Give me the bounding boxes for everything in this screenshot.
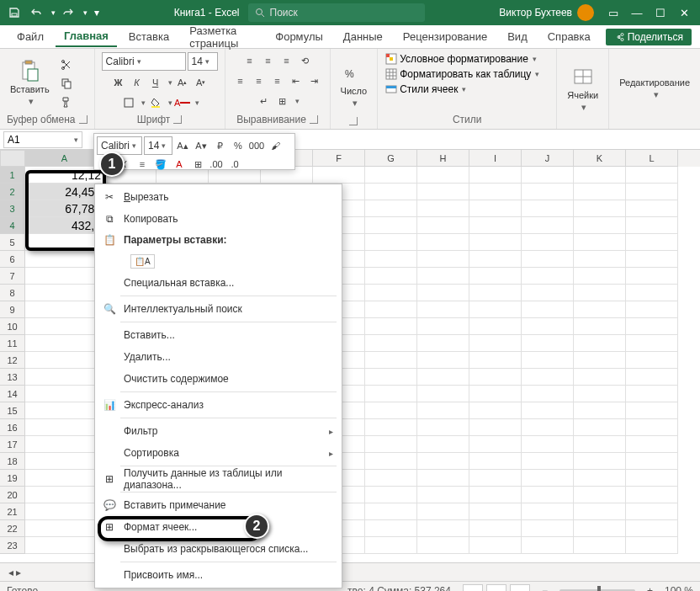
menu-clear-contents[interactable]: Очистить содержимое — [95, 368, 342, 390]
orientation-icon[interactable]: ⟲ — [297, 52, 314, 69]
percent-icon[interactable]: % — [230, 138, 247, 153]
align-center-icon[interactable]: ≡ — [134, 157, 151, 172]
zoom-in-icon[interactable]: + — [647, 585, 653, 592]
search-box[interactable]: Поиск — [248, 3, 425, 22]
font-size-combo[interactable]: 14▾ — [188, 52, 218, 71]
row-header[interactable]: 5 — [0, 234, 25, 251]
ribbon-display-icon[interactable]: ▭ — [607, 7, 619, 19]
bold-button[interactable]: Ж — [110, 74, 127, 91]
row-header[interactable]: 6 — [0, 251, 25, 268]
row-header[interactable]: 10 — [0, 318, 25, 335]
share-button[interactable]: Поделиться — [606, 29, 692, 45]
fill-color-icon[interactable]: 🪣 — [152, 157, 169, 172]
increase-decimal-icon[interactable]: .00 — [208, 157, 225, 172]
format-painter-icon[interactable]: 🖌 — [267, 138, 284, 153]
mini-font-size[interactable]: 14▾ — [144, 136, 172, 155]
tab-data[interactable]: Данные — [335, 27, 391, 46]
increase-font-icon[interactable]: A▴ — [174, 138, 191, 153]
indent-decrease-icon[interactable]: ⇤ — [288, 72, 305, 89]
menu-pick-from-list[interactable]: Выбрать из раскрывающегося списка... — [95, 538, 342, 560]
col-header[interactable]: G — [365, 150, 417, 167]
col-header[interactable]: L — [626, 150, 678, 167]
align-bottom-icon[interactable]: ≡ — [278, 52, 295, 69]
tab-home[interactable]: Главная — [56, 26, 117, 47]
menu-define-name[interactable]: Присвоить имя... — [95, 564, 342, 586]
row-header[interactable]: 3 — [0, 200, 25, 217]
align-top-icon[interactable]: ≡ — [241, 52, 258, 69]
row-header[interactable]: 11 — [0, 335, 25, 352]
row-header[interactable]: 18 — [0, 453, 25, 470]
zoom-out-icon[interactable]: − — [542, 585, 548, 592]
undo-icon[interactable] — [27, 3, 45, 22]
tab-formulas[interactable]: Формулы — [267, 27, 331, 46]
menu-copy[interactable]: ⧉Копировать — [95, 208, 342, 230]
row-header[interactable]: 7 — [0, 268, 25, 285]
row-header[interactable]: 14 — [0, 386, 25, 402]
accounting-format-icon[interactable]: ₽ — [211, 138, 228, 153]
row-header[interactable]: 16 — [0, 419, 25, 436]
indent-increase-icon[interactable]: ⇥ — [306, 72, 323, 89]
dialog-launcher-icon[interactable] — [79, 115, 88, 124]
merge-icon[interactable]: ⊞ — [274, 93, 291, 109]
format-painter-icon[interactable] — [58, 93, 75, 110]
menu-insert[interactable]: Вставить... — [95, 324, 342, 346]
number-format-button[interactable]: % Число ▾ — [337, 59, 371, 110]
fill-color-icon[interactable] — [147, 94, 164, 111]
menu-get-data-from-table[interactable]: ⊞Получить данные из таблицы или диапазон… — [95, 468, 342, 490]
row-header[interactable]: 13 — [0, 369, 25, 386]
row-header[interactable]: 17 — [0, 436, 25, 453]
cut-icon[interactable] — [58, 56, 75, 73]
menu-sort[interactable]: Сортировка▸ — [95, 442, 342, 464]
align-left-icon[interactable]: ≡ — [232, 72, 249, 89]
align-middle-icon[interactable]: ≡ — [260, 52, 277, 69]
cell[interactable]: 432,9 — [25, 217, 104, 234]
col-header[interactable]: F — [313, 150, 365, 167]
mini-font-name[interactable]: Calibri▾ — [97, 136, 142, 155]
conditional-formatting-button[interactable]: Условное форматирование▾ — [384, 52, 537, 66]
menu-quick-analysis[interactable]: 📊Экспресс-анализ — [95, 394, 342, 416]
italic-button[interactable]: К — [129, 74, 146, 91]
save-icon[interactable] — [5, 3, 24, 22]
tab-insert[interactable]: Вставка — [120, 27, 178, 46]
decrease-font-icon[interactable]: A▾ — [193, 138, 209, 153]
menu-insert-comment[interactable]: 💬Вставить примечание — [95, 494, 342, 516]
zoom-level[interactable]: 100 % — [665, 585, 693, 592]
cell[interactable]: 24,456 — [25, 184, 104, 200]
chevron-down-icon[interactable]: ▾ — [51, 8, 56, 17]
select-all-corner[interactable] — [0, 150, 25, 167]
row-header[interactable]: 12 — [0, 352, 25, 369]
page-layout-view-icon[interactable] — [486, 584, 506, 592]
row-header[interactable]: 23 — [0, 537, 25, 554]
row-header[interactable]: 22 — [0, 520, 25, 537]
align-center-icon[interactable]: ≡ — [251, 72, 268, 89]
row-header[interactable]: 9 — [0, 301, 25, 318]
borders-icon[interactable] — [120, 94, 137, 111]
chevron-down-icon[interactable]: ▾ — [83, 8, 88, 17]
paste-button[interactable]: Вставить ▾ — [7, 57, 53, 109]
dialog-launcher-icon[interactable] — [349, 117, 358, 125]
decrease-decimal-icon[interactable]: .0 — [226, 157, 243, 172]
menu-delete[interactable]: Удалить... — [95, 346, 342, 368]
col-header[interactable]: H — [417, 150, 469, 167]
col-header[interactable]: A — [25, 150, 104, 167]
decrease-font-icon[interactable]: A▾ — [193, 74, 209, 91]
minimize-icon[interactable]: — — [631, 7, 643, 19]
row-header[interactable]: 8 — [0, 285, 25, 301]
underline-button[interactable]: Ч — [147, 74, 164, 91]
row-header[interactable]: 21 — [0, 503, 25, 520]
dialog-launcher-icon[interactable] — [310, 115, 318, 124]
redo-icon[interactable] — [59, 3, 77, 22]
menu-filter[interactable]: Фильтр▸ — [95, 420, 342, 442]
maximize-icon[interactable]: ☐ — [655, 7, 666, 19]
increase-font-icon[interactable]: A▴ — [174, 74, 191, 91]
row-header[interactable]: 15 — [0, 402, 25, 419]
tab-layout[interactable]: Разметка страницы — [181, 21, 263, 53]
user-account[interactable]: Виктор Бухтеев — [499, 4, 594, 21]
tab-file[interactable]: Файл — [8, 27, 52, 46]
menu-smart-lookup[interactable]: 🔍Интеллектуальный поиск — [95, 298, 342, 320]
page-break-view-icon[interactable] — [510, 584, 530, 592]
row-header[interactable]: 4 — [0, 217, 25, 234]
borders-icon[interactable]: ⊞ — [189, 157, 206, 172]
col-header[interactable]: I — [469, 150, 522, 167]
comma-style-icon[interactable]: 000 — [248, 138, 265, 153]
